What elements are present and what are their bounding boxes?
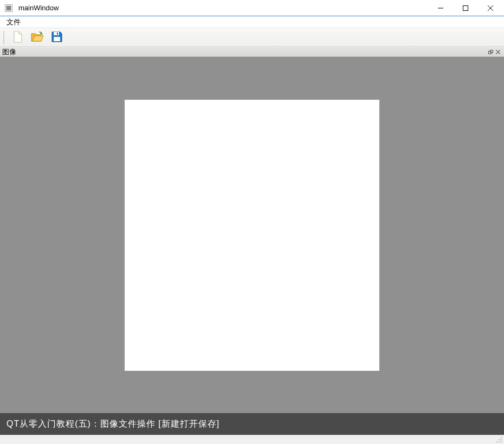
new-file-icon — [11, 30, 24, 45]
dock-close-button[interactable] — [494, 48, 502, 56]
new-file-button[interactable] — [10, 29, 26, 46]
svg-rect-7 — [57, 33, 58, 35]
svg-point-17 — [499, 441, 500, 442]
svg-rect-3 — [463, 5, 468, 10]
toolbar — [0, 28, 504, 47]
toolbar-handle[interactable] — [3, 31, 5, 43]
svg-point-15 — [501, 439, 502, 440]
svg-point-14 — [499, 439, 500, 440]
canvas-area — [0, 57, 504, 413]
menubar: 文件 — [0, 16, 504, 28]
image-canvas[interactable] — [125, 100, 379, 371]
footer-caption: QT从零入门教程(五)：图像文件操作 [新建打开保存] — [0, 413, 504, 435]
dock-title: 图像 — [2, 47, 487, 57]
titlebar: mainWindow — [0, 0, 504, 16]
statusbar — [0, 435, 504, 444]
open-folder-icon — [30, 30, 44, 45]
close-button[interactable] — [478, 1, 503, 16]
menu-file[interactable]: 文件 — [2, 16, 25, 28]
svg-point-18 — [501, 441, 502, 442]
app-icon — [4, 4, 13, 12]
svg-rect-1 — [7, 5, 11, 10]
dock-header: 图像 — [0, 47, 504, 57]
maximize-button[interactable] — [453, 1, 478, 16]
save-icon — [50, 30, 63, 45]
svg-rect-8 — [54, 37, 60, 41]
window-controls — [428, 1, 503, 16]
svg-point-16 — [496, 441, 497, 442]
minimize-button[interactable] — [428, 1, 453, 16]
open-file-button[interactable] — [29, 29, 46, 46]
footer-text: QT从零入门教程(五)：图像文件操作 [新建打开保存] — [7, 419, 219, 430]
svg-rect-6 — [54, 32, 59, 35]
size-grip[interactable] — [495, 436, 503, 443]
window-title: mainWindow — [18, 4, 428, 12]
dock-float-button[interactable] — [487, 48, 494, 56]
svg-point-13 — [501, 437, 502, 438]
save-file-button[interactable] — [49, 29, 65, 46]
